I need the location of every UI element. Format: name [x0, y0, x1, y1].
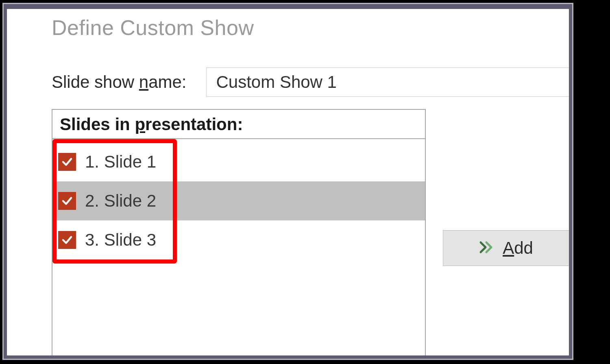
slide-show-name-input[interactable] — [206, 68, 569, 97]
slide-show-name-row: Slide show name: — [52, 68, 569, 97]
slides-list-header: Slides in presentation: — [52, 110, 425, 139]
double-chevron-right-icon — [479, 238, 495, 258]
list-item[interactable]: 2. Slide 2 — [52, 181, 425, 220]
header-text: resentation: — [145, 115, 243, 134]
label-accelerator: n — [139, 72, 148, 92]
slide-label: 2. Slide 2 — [85, 191, 156, 211]
header-text: Slides in — [60, 115, 135, 134]
add-button[interactable]: Add — [443, 230, 569, 266]
window-inset: Define Custom Show Slide show name: Slid… — [4, 4, 572, 359]
label-text: Slide show — [52, 72, 139, 92]
checkbox-checked-icon[interactable] — [58, 192, 76, 210]
checkbox-checked-icon[interactable] — [58, 231, 76, 249]
dialog-title: Define Custom Show — [52, 15, 569, 40]
slide-show-name-label: Slide show name: — [52, 72, 187, 92]
slide-label: 1. Slide 1 — [85, 152, 156, 172]
checkbox-checked-icon[interactable] — [58, 153, 76, 171]
slide-label: 3. Slide 3 — [85, 230, 156, 250]
window-frame: Define Custom Show Slide show name: Slid… — [2, 2, 574, 361]
label-text: ame: — [148, 72, 186, 92]
header-accelerator: p — [135, 115, 145, 134]
slides-list-body: 1. Slide 1 2. Slide 2 3. Slide 3 — [52, 139, 425, 259]
slides-in-presentation-list[interactable]: Slides in presentation: 1. Slide 1 2. Sl… — [52, 109, 426, 355]
add-button-label: Add — [503, 238, 533, 258]
list-item[interactable]: 1. Slide 1 — [52, 142, 425, 181]
define-custom-show-dialog: Define Custom Show Slide show name: Slid… — [7, 9, 569, 355]
list-item[interactable]: 3. Slide 3 — [52, 220, 425, 259]
window-shadow: Define Custom Show Slide show name: Slid… — [2, 3, 573, 360]
